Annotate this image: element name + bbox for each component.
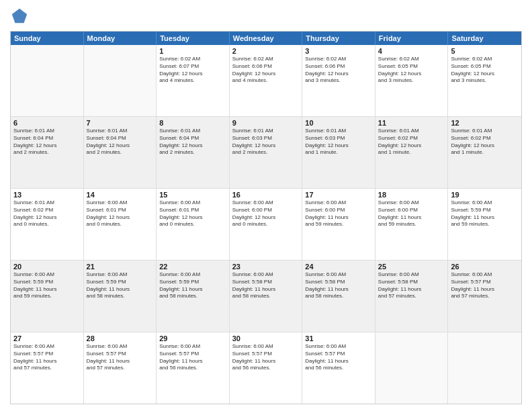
day-info: Sunrise: 6:00 AM Sunset: 5:57 PM Dayligh…	[13, 343, 81, 372]
day-number: 11	[378, 119, 445, 127]
day-info: Sunrise: 6:01 AM Sunset: 6:02 PM Dayligh…	[451, 128, 519, 156]
day-number: 21	[87, 263, 154, 271]
day-info: Sunrise: 6:00 AM Sunset: 6:00 PM Dayligh…	[305, 199, 372, 228]
day-number: 26	[451, 263, 519, 271]
day-info: Sunrise: 6:01 AM Sunset: 6:02 PM Dayligh…	[13, 199, 81, 228]
day-number: 6	[13, 119, 81, 127]
calendar-cell: 2Sunrise: 6:02 AM Sunset: 6:06 PM Daylig…	[230, 45, 303, 116]
day-number: 8	[159, 119, 226, 127]
day-info: Sunrise: 6:02 AM Sunset: 6:05 PM Dayligh…	[378, 56, 445, 85]
weekday-header: Tuesday	[157, 32, 230, 45]
page-container: SundayMondayTuesdayWednesdayThursdayFrid…	[0, 0, 532, 411]
calendar-row: 1Sunrise: 6:02 AM Sunset: 6:07 PM Daylig…	[11, 45, 521, 117]
day-number: 3	[305, 47, 372, 55]
day-info: Sunrise: 6:01 AM Sunset: 6:03 PM Dayligh…	[232, 128, 300, 156]
day-number: 1	[159, 47, 226, 55]
day-info: Sunrise: 6:01 AM Sunset: 6:03 PM Dayligh…	[305, 128, 372, 156]
calendar-cell: 5Sunrise: 6:02 AM Sunset: 6:05 PM Daylig…	[448, 45, 521, 116]
day-info: Sunrise: 6:01 AM Sunset: 6:04 PM Dayligh…	[87, 128, 154, 156]
day-info: Sunrise: 6:00 AM Sunset: 5:57 PM Dayligh…	[305, 343, 372, 372]
calendar-cell: 16Sunrise: 6:00 AM Sunset: 6:00 PM Dayli…	[230, 189, 303, 260]
calendar-cell: 29Sunrise: 6:00 AM Sunset: 5:57 PM Dayli…	[157, 332, 230, 404]
day-info: Sunrise: 6:00 AM Sunset: 5:59 PM Dayligh…	[13, 271, 81, 300]
day-number: 18	[378, 191, 445, 199]
day-info: Sunrise: 6:00 AM Sunset: 5:57 PM Dayligh…	[451, 271, 519, 300]
weekday-header: Thursday	[302, 32, 375, 45]
calendar-row: 20Sunrise: 6:00 AM Sunset: 5:59 PM Dayli…	[11, 261, 521, 332]
calendar-cell: 18Sunrise: 6:00 AM Sunset: 6:00 PM Dayli…	[375, 189, 449, 260]
calendar-cell: 15Sunrise: 6:00 AM Sunset: 6:01 PM Dayli…	[157, 189, 230, 260]
day-number: 13	[13, 191, 81, 199]
day-info: Sunrise: 6:00 AM Sunset: 5:58 PM Dayligh…	[232, 271, 300, 300]
calendar-cell	[84, 45, 157, 116]
day-number: 17	[305, 191, 372, 199]
calendar-cell: 19Sunrise: 6:00 AM Sunset: 5:59 PM Dayli…	[448, 189, 521, 260]
day-number: 30	[232, 334, 300, 342]
weekday-header: Monday	[84, 32, 157, 45]
calendar-cell: 7Sunrise: 6:01 AM Sunset: 6:04 PM Daylig…	[84, 117, 157, 188]
calendar-cell: 6Sunrise: 6:01 AM Sunset: 6:04 PM Daylig…	[11, 117, 84, 188]
day-number: 14	[87, 191, 154, 199]
calendar-row: 6Sunrise: 6:01 AM Sunset: 6:04 PM Daylig…	[11, 117, 521, 189]
calendar-header: SundayMondayTuesdayWednesdayThursdayFrid…	[11, 32, 521, 45]
day-info: Sunrise: 6:00 AM Sunset: 5:57 PM Dayligh…	[232, 343, 300, 372]
day-number: 7	[87, 119, 154, 127]
calendar-cell: 17Sunrise: 6:00 AM Sunset: 6:00 PM Dayli…	[302, 189, 375, 260]
calendar-cell	[448, 332, 521, 404]
calendar-cell	[11, 45, 84, 116]
day-number: 5	[451, 47, 519, 55]
day-number: 9	[232, 119, 300, 127]
day-info: Sunrise: 6:00 AM Sunset: 5:59 PM Dayligh…	[451, 199, 519, 228]
day-number: 24	[305, 263, 372, 271]
day-info: Sunrise: 6:00 AM Sunset: 5:59 PM Dayligh…	[159, 271, 226, 300]
weekday-header: Saturday	[448, 32, 521, 45]
day-number: 22	[159, 263, 226, 271]
calendar-cell: 1Sunrise: 6:02 AM Sunset: 6:07 PM Daylig…	[157, 45, 230, 116]
calendar-cell: 25Sunrise: 6:00 AM Sunset: 5:58 PM Dayli…	[375, 261, 449, 332]
day-info: Sunrise: 6:02 AM Sunset: 6:07 PM Dayligh…	[159, 56, 226, 85]
calendar-cell: 30Sunrise: 6:00 AM Sunset: 5:57 PM Dayli…	[230, 332, 303, 404]
calendar-cell: 21Sunrise: 6:00 AM Sunset: 5:59 PM Dayli…	[84, 261, 157, 332]
logo-icon	[10, 7, 29, 26]
day-number: 12	[451, 119, 519, 127]
calendar-cell: 31Sunrise: 6:00 AM Sunset: 5:57 PM Dayli…	[302, 332, 375, 404]
day-number: 23	[232, 263, 300, 271]
day-number: 15	[159, 191, 226, 199]
calendar-body: 1Sunrise: 6:02 AM Sunset: 6:07 PM Daylig…	[11, 45, 521, 404]
day-info: Sunrise: 6:00 AM Sunset: 5:59 PM Dayligh…	[87, 271, 154, 300]
day-info: Sunrise: 6:01 AM Sunset: 6:04 PM Dayligh…	[159, 128, 226, 156]
day-number: 4	[378, 47, 445, 55]
weekday-header: Wednesday	[230, 32, 303, 45]
calendar-cell: 10Sunrise: 6:01 AM Sunset: 6:03 PM Dayli…	[302, 117, 375, 188]
day-number: 10	[305, 119, 372, 127]
page-header	[10, 7, 522, 26]
calendar-cell	[375, 332, 449, 404]
day-number: 2	[232, 47, 300, 55]
calendar: SundayMondayTuesdayWednesdayThursdayFrid…	[10, 31, 522, 404]
day-info: Sunrise: 6:01 AM Sunset: 6:02 PM Dayligh…	[378, 128, 445, 156]
calendar-row: 27Sunrise: 6:00 AM Sunset: 5:57 PM Dayli…	[11, 332, 521, 404]
day-info: Sunrise: 6:02 AM Sunset: 6:06 PM Dayligh…	[305, 56, 372, 85]
calendar-cell: 14Sunrise: 6:00 AM Sunset: 6:01 PM Dayli…	[84, 189, 157, 260]
day-number: 28	[87, 334, 154, 342]
calendar-cell: 12Sunrise: 6:01 AM Sunset: 6:02 PM Dayli…	[448, 117, 521, 188]
day-info: Sunrise: 6:00 AM Sunset: 6:01 PM Dayligh…	[159, 199, 226, 228]
day-info: Sunrise: 6:00 AM Sunset: 5:58 PM Dayligh…	[305, 271, 372, 300]
day-info: Sunrise: 6:02 AM Sunset: 6:05 PM Dayligh…	[451, 56, 519, 85]
calendar-cell: 11Sunrise: 6:01 AM Sunset: 6:02 PM Dayli…	[375, 117, 449, 188]
calendar-cell: 9Sunrise: 6:01 AM Sunset: 6:03 PM Daylig…	[230, 117, 303, 188]
day-info: Sunrise: 6:00 AM Sunset: 6:01 PM Dayligh…	[87, 199, 154, 228]
calendar-cell: 23Sunrise: 6:00 AM Sunset: 5:58 PM Dayli…	[230, 261, 303, 332]
weekday-header: Friday	[375, 32, 449, 45]
day-info: Sunrise: 6:00 AM Sunset: 5:57 PM Dayligh…	[159, 343, 226, 372]
calendar-row: 13Sunrise: 6:01 AM Sunset: 6:02 PM Dayli…	[11, 189, 521, 261]
day-number: 31	[305, 334, 372, 342]
day-info: Sunrise: 6:01 AM Sunset: 6:04 PM Dayligh…	[13, 128, 81, 156]
day-number: 27	[13, 334, 81, 342]
day-info: Sunrise: 6:02 AM Sunset: 6:06 PM Dayligh…	[232, 56, 300, 85]
calendar-cell: 20Sunrise: 6:00 AM Sunset: 5:59 PM Dayli…	[11, 261, 84, 332]
calendar-cell: 26Sunrise: 6:00 AM Sunset: 5:57 PM Dayli…	[448, 261, 521, 332]
day-info: Sunrise: 6:00 AM Sunset: 5:58 PM Dayligh…	[378, 271, 445, 300]
calendar-cell: 4Sunrise: 6:02 AM Sunset: 6:05 PM Daylig…	[375, 45, 449, 116]
calendar-cell: 22Sunrise: 6:00 AM Sunset: 5:59 PM Dayli…	[157, 261, 230, 332]
